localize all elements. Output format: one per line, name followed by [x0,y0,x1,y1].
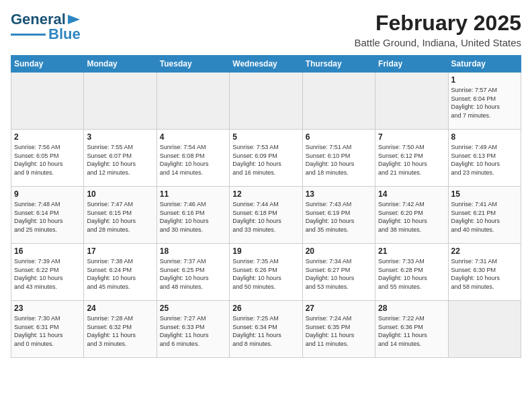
day-number: 5 [232,132,299,142]
weekday-header-monday: Monday [84,56,157,73]
calendar-cell: 19Sunrise: 7:35 AM Sunset: 6:26 PM Dayli… [230,244,302,301]
logo-icon [66,12,81,27]
day-number: 13 [306,189,372,199]
calendar-cell [230,73,302,130]
day-info: Sunrise: 7:38 AM Sunset: 6:24 PM Dayligh… [87,257,153,291]
day-number: 14 [378,189,445,199]
calendar-cell [375,73,448,130]
calendar-cell: 24Sunrise: 7:28 AM Sunset: 6:32 PM Dayli… [84,301,157,358]
calendar-cell: 10Sunrise: 7:47 AM Sunset: 6:15 PM Dayli… [84,187,157,244]
logo: General Blue [11,11,81,43]
calendar-cell: 14Sunrise: 7:42 AM Sunset: 6:20 PM Dayli… [375,187,448,244]
day-number: 1 [451,75,518,85]
calendar-cell: 18Sunrise: 7:37 AM Sunset: 6:25 PM Dayli… [157,244,229,301]
calendar-cell: 23Sunrise: 7:30 AM Sunset: 6:31 PM Dayli… [11,301,84,358]
calendar-cell: 26Sunrise: 7:25 AM Sunset: 6:34 PM Dayli… [230,301,302,358]
day-info: Sunrise: 7:54 AM Sunset: 6:08 PM Dayligh… [160,143,226,177]
day-info: Sunrise: 7:51 AM Sunset: 6:10 PM Dayligh… [306,143,372,177]
calendar-cell: 7Sunrise: 7:50 AM Sunset: 6:12 PM Daylig… [375,130,448,187]
calendar-week-row: 16Sunrise: 7:39 AM Sunset: 6:22 PM Dayli… [11,244,521,301]
day-info: Sunrise: 7:42 AM Sunset: 6:20 PM Dayligh… [378,200,445,234]
calendar-table: SundayMondayTuesdayWednesdayThursdayFrid… [11,55,521,358]
day-number: 7 [378,132,445,142]
day-info: Sunrise: 7:48 AM Sunset: 6:14 PM Dayligh… [14,200,81,234]
calendar-cell [302,73,375,130]
day-info: Sunrise: 7:53 AM Sunset: 6:09 PM Dayligh… [232,143,299,177]
location-title: Battle Ground, Indiana, United States [355,37,522,48]
day-info: Sunrise: 7:41 AM Sunset: 6:21 PM Dayligh… [451,200,518,234]
day-info: Sunrise: 7:50 AM Sunset: 6:12 PM Dayligh… [378,143,445,177]
weekday-header-tuesday: Tuesday [157,56,229,73]
day-info: Sunrise: 7:25 AM Sunset: 6:34 PM Dayligh… [232,314,299,348]
day-number: 23 [14,304,81,313]
day-info: Sunrise: 7:56 AM Sunset: 6:05 PM Dayligh… [14,143,81,177]
calendar-week-row: 23Sunrise: 7:30 AM Sunset: 6:31 PM Dayli… [11,301,521,358]
calendar-cell: 15Sunrise: 7:41 AM Sunset: 6:21 PM Dayli… [448,187,521,244]
calendar-cell: 8Sunrise: 7:49 AM Sunset: 6:13 PM Daylig… [448,130,521,187]
calendar-cell: 4Sunrise: 7:54 AM Sunset: 6:08 PM Daylig… [157,130,229,187]
logo-underline [11,34,46,36]
calendar-cell: 12Sunrise: 7:44 AM Sunset: 6:18 PM Dayli… [230,187,302,244]
day-number: 2 [14,132,81,142]
calendar-week-row: 1Sunrise: 7:57 AM Sunset: 6:04 PM Daylig… [11,73,521,130]
calendar-cell: 17Sunrise: 7:38 AM Sunset: 6:24 PM Dayli… [84,244,157,301]
day-number: 27 [306,304,372,313]
day-info: Sunrise: 7:28 AM Sunset: 6:32 PM Dayligh… [87,314,153,348]
weekday-header-sunday: Sunday [11,56,84,73]
day-info: Sunrise: 7:37 AM Sunset: 6:25 PM Dayligh… [160,257,226,291]
calendar-cell: 2Sunrise: 7:56 AM Sunset: 6:05 PM Daylig… [11,130,84,187]
day-info: Sunrise: 7:55 AM Sunset: 6:07 PM Dayligh… [87,143,153,177]
day-number: 21 [378,246,445,256]
weekday-header-thursday: Thursday [302,56,375,73]
calendar-cell [157,73,229,130]
day-info: Sunrise: 7:46 AM Sunset: 6:16 PM Dayligh… [160,200,226,234]
day-number: 10 [87,189,153,199]
day-number: 3 [87,132,153,142]
day-info: Sunrise: 7:47 AM Sunset: 6:15 PM Dayligh… [87,200,153,234]
calendar-week-row: 2Sunrise: 7:56 AM Sunset: 6:05 PM Daylig… [11,130,521,187]
day-number: 16 [14,246,81,256]
day-number: 26 [232,304,299,313]
calendar-body: 1Sunrise: 7:57 AM Sunset: 6:04 PM Daylig… [11,73,521,358]
day-number: 9 [14,189,81,199]
day-info: Sunrise: 7:35 AM Sunset: 6:26 PM Dayligh… [232,257,299,291]
calendar-cell: 21Sunrise: 7:33 AM Sunset: 6:28 PM Dayli… [375,244,448,301]
day-info: Sunrise: 7:33 AM Sunset: 6:28 PM Dayligh… [378,257,445,291]
calendar-cell: 27Sunrise: 7:24 AM Sunset: 6:35 PM Dayli… [302,301,375,358]
day-info: Sunrise: 7:24 AM Sunset: 6:35 PM Dayligh… [306,314,372,348]
weekday-header-wednesday: Wednesday [230,56,302,73]
day-info: Sunrise: 7:57 AM Sunset: 6:04 PM Dayligh… [451,86,518,120]
day-info: Sunrise: 7:49 AM Sunset: 6:13 PM Dayligh… [451,143,518,177]
calendar-cell: 9Sunrise: 7:48 AM Sunset: 6:14 PM Daylig… [11,187,84,244]
day-number: 11 [160,189,226,199]
day-number: 22 [451,246,518,256]
day-number: 12 [232,189,299,199]
day-number: 4 [160,132,226,142]
day-info: Sunrise: 7:34 AM Sunset: 6:27 PM Dayligh… [306,257,372,291]
day-number: 24 [87,304,153,313]
day-info: Sunrise: 7:31 AM Sunset: 6:30 PM Dayligh… [451,257,518,291]
day-number: 20 [306,246,372,256]
day-number: 6 [306,132,372,142]
day-number: 19 [232,246,299,256]
day-number: 25 [160,304,226,313]
day-number: 17 [87,246,153,256]
weekday-header-friday: Friday [375,56,448,73]
weekday-header-saturday: Saturday [448,56,521,73]
day-info: Sunrise: 7:44 AM Sunset: 6:18 PM Dayligh… [232,200,299,234]
header: General Blue February 2025 Battle Ground… [11,11,521,48]
day-info: Sunrise: 7:27 AM Sunset: 6:33 PM Dayligh… [160,314,226,348]
calendar-cell [11,73,84,130]
calendar-cell [84,73,157,130]
calendar-cell [448,301,521,358]
day-info: Sunrise: 7:43 AM Sunset: 6:19 PM Dayligh… [306,200,372,234]
day-number: 8 [451,132,518,142]
calendar-cell: 28Sunrise: 7:22 AM Sunset: 6:36 PM Dayli… [375,301,448,358]
calendar-cell: 3Sunrise: 7:55 AM Sunset: 6:07 PM Daylig… [84,130,157,187]
day-number: 18 [160,246,226,256]
calendar-cell: 25Sunrise: 7:27 AM Sunset: 6:33 PM Dayli… [157,301,229,358]
calendar-cell: 6Sunrise: 7:51 AM Sunset: 6:10 PM Daylig… [302,130,375,187]
month-title: February 2025 [355,11,522,36]
day-number: 15 [451,189,518,199]
calendar-week-row: 9Sunrise: 7:48 AM Sunset: 6:14 PM Daylig… [11,187,521,244]
